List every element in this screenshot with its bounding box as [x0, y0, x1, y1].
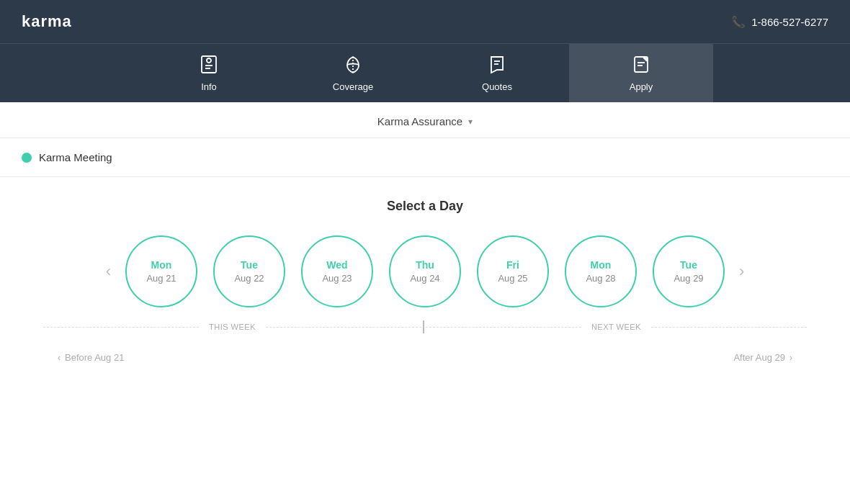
- this-week-label: THIS WEEK: [199, 323, 266, 331]
- day-date-3: Aug 24: [410, 273, 439, 284]
- meeting-bar: Karma Meeting: [0, 138, 850, 177]
- day-name-5: Mon: [591, 259, 612, 271]
- day-circle-3[interactable]: ThuAug 24: [389, 235, 461, 307]
- assurance-bar: Karma Assurance ▾: [0, 102, 850, 138]
- after-arrow-icon: ›: [789, 353, 792, 363]
- days-row-wrapper: ‹ MonAug 21TueAug 22WedAug 23ThuAug 24Fr…: [0, 235, 850, 307]
- before-label: Before Aug 21: [65, 352, 124, 363]
- select-day-title: Select a Day: [0, 199, 850, 214]
- this-week-line-right: [266, 327, 421, 328]
- before-link[interactable]: ‹ Before Aug 21: [58, 352, 124, 363]
- prev-arrow[interactable]: ‹: [91, 262, 125, 281]
- day-date-1: Aug 22: [234, 273, 264, 284]
- this-week-line-left: [43, 327, 199, 328]
- phone-icon: 📞: [731, 15, 746, 29]
- chevron-down-icon: ▾: [468, 117, 473, 127]
- tab-coverage[interactable]: Coverage: [281, 44, 425, 102]
- day-date-5: Aug 28: [586, 273, 615, 284]
- day-circle-0[interactable]: MonAug 21: [125, 235, 197, 307]
- day-name-6: Tue: [680, 259, 697, 271]
- svg-point-1: [207, 58, 211, 63]
- week-separator: THIS WEEK NEXT WEEK: [43, 320, 807, 333]
- next-week-line-right: [651, 327, 807, 328]
- day-date-4: Aug 25: [498, 273, 527, 284]
- day-name-1: Tue: [241, 259, 258, 271]
- assurance-label: Karma Assurance: [377, 115, 462, 127]
- day-circle-2[interactable]: WedAug 23: [301, 235, 373, 307]
- tab-quotes[interactable]: Quotes: [425, 44, 569, 102]
- tab-info[interactable]: Info: [137, 44, 281, 102]
- before-arrow-icon: ‹: [58, 353, 61, 363]
- day-date-6: Aug 29: [674, 273, 703, 284]
- assurance-dropdown[interactable]: Karma Assurance ▾: [377, 115, 473, 127]
- days-row: MonAug 21TueAug 22WedAug 23ThuAug 24FriA…: [125, 235, 725, 307]
- day-circle-6[interactable]: TueAug 29: [653, 235, 725, 307]
- day-name-0: Mon: [151, 259, 172, 271]
- meeting-status-dot: [22, 153, 32, 163]
- coverage-icon: [343, 54, 363, 77]
- phone-link[interactable]: 📞 1-866-527-6277: [731, 15, 828, 29]
- day-name-2: Wed: [326, 259, 347, 271]
- tab-quotes-label: Quotes: [482, 81, 512, 92]
- select-day-section: Select a Day ‹ MonAug 21TueAug 22WedAug …: [0, 177, 850, 370]
- day-name-3: Thu: [416, 259, 434, 271]
- nav-tabs: Info Coverage Quotes: [0, 43, 850, 102]
- week-divider-bar: [423, 320, 424, 333]
- tab-apply[interactable]: Apply: [569, 44, 713, 102]
- logo: karma: [22, 12, 72, 31]
- after-link[interactable]: After Aug 29 ›: [733, 352, 792, 363]
- tab-info-label: Info: [201, 81, 217, 92]
- header: karma 📞 1-866-527-6277: [0, 0, 850, 43]
- before-after-row: ‹ Before Aug 21 After Aug 29 ›: [0, 339, 850, 363]
- phone-number: 1-866-527-6277: [751, 16, 828, 28]
- next-week-line-left: [426, 327, 581, 328]
- apply-icon: [631, 54, 651, 77]
- next-week-label: NEXT WEEK: [581, 323, 651, 331]
- next-arrow[interactable]: ›: [725, 262, 759, 281]
- tab-coverage-label: Coverage: [333, 81, 373, 92]
- after-label: After Aug 29: [733, 352, 785, 363]
- day-date-0: Aug 21: [146, 273, 176, 284]
- day-circle-5[interactable]: MonAug 28: [565, 235, 637, 307]
- quotes-icon: [487, 54, 507, 77]
- day-circle-1[interactable]: TueAug 22: [213, 235, 285, 307]
- day-date-2: Aug 23: [322, 273, 352, 284]
- info-icon: [199, 54, 219, 77]
- meeting-label: Karma Meeting: [39, 151, 112, 163]
- tab-apply-label: Apply: [630, 81, 653, 92]
- day-name-4: Fri: [506, 259, 519, 271]
- day-circle-4[interactable]: FriAug 25: [477, 235, 549, 307]
